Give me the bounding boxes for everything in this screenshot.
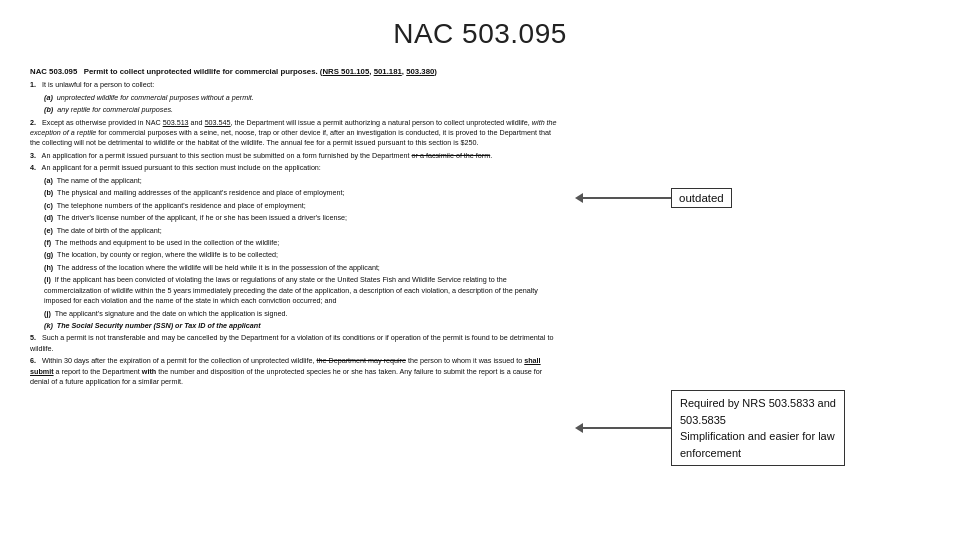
outdated-arrow-head bbox=[575, 193, 583, 203]
content-area: NAC 503.095 Permit to collect unprotecte… bbox=[0, 60, 960, 535]
annotation-required: Required by NRS 503.5833 and 503.5835 Si… bbox=[575, 390, 845, 466]
required-line3: Simplification and easier for law bbox=[680, 428, 836, 445]
outdated-label: outdated bbox=[679, 192, 724, 204]
doc-header: NAC 503.095 Permit to collect unprotecte… bbox=[30, 66, 561, 77]
required-line1: Required by NRS 503.5833 and bbox=[680, 395, 836, 412]
required-line2: 503.5835 bbox=[680, 412, 836, 429]
doc-body: 1. It is unlawful for a person to collec… bbox=[30, 80, 561, 387]
outdated-arrow-shaft bbox=[583, 197, 671, 199]
annotations-panel: outdated Required by NRS 503.5833 and 50… bbox=[575, 60, 960, 535]
page-title: NAC 503.095 bbox=[0, 0, 960, 60]
annotation-outdated: outdated bbox=[575, 188, 732, 208]
required-arrow-head bbox=[575, 423, 583, 433]
required-arrow-shaft bbox=[583, 427, 671, 429]
required-arrow bbox=[575, 423, 671, 433]
outdated-box: outdated bbox=[671, 188, 732, 208]
required-box: Required by NRS 503.5833 and 503.5835 Si… bbox=[671, 390, 845, 466]
required-line4: enforcement bbox=[680, 445, 836, 462]
document-panel: NAC 503.095 Permit to collect unprotecte… bbox=[0, 60, 575, 535]
outdated-arrow bbox=[575, 193, 671, 203]
nac-number: NAC 503.095 bbox=[30, 67, 77, 76]
